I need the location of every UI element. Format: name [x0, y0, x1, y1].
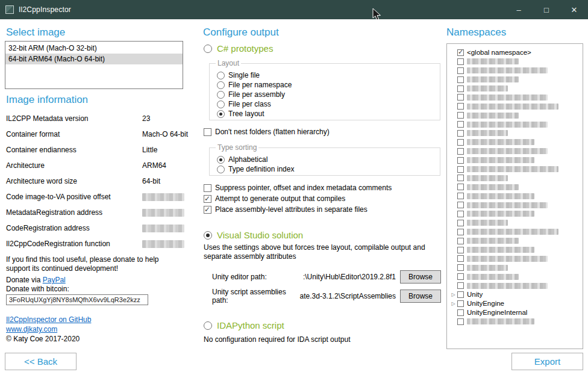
namespace-checkbox[interactable]: [457, 220, 464, 226]
unity-editor-browse-button[interactable]: Browse: [400, 270, 441, 284]
namespace-row[interactable]: ▷: [449, 156, 580, 165]
checkbox-option[interactable]: Suppress pointer, offset and index metad…: [204, 182, 392, 193]
namespace-checkbox[interactable]: [457, 318, 464, 325]
namespace-checkbox[interactable]: [457, 255, 464, 262]
namespace-row[interactable]: ▷: [449, 218, 580, 228]
donate-text: If you find this tool useful, please don…: [6, 255, 184, 273]
namespace-row[interactable]: ▷: [449, 129, 580, 138]
namespace-row[interactable]: ▷: [449, 75, 580, 84]
radio-option[interactable]: File per class: [214, 100, 435, 108]
radio-option[interactable]: Tree layout: [214, 110, 435, 118]
image-list-item[interactable]: 64-bit ARM64 (Mach-O 64-bit): [5, 54, 183, 64]
namespace-row[interactable]: ▷: [449, 272, 580, 281]
namespace-checkbox[interactable]: [457, 202, 464, 208]
radio-option[interactable]: Single file: [214, 71, 435, 79]
radio-option-label: Type definition index: [228, 165, 294, 173]
expander-icon[interactable]: ▷: [449, 301, 457, 306]
visual-studio-radio[interactable]: Visual Studio solution: [204, 230, 303, 240]
namespace-row[interactable]: ▷: [449, 57, 580, 66]
namespace-row[interactable]: ▷ UnityEngineInternal: [449, 308, 580, 317]
namespace-row[interactable]: ▷: [449, 111, 580, 120]
unity-editor-path-value: :\Unity\Hub\Editor\2019.2.8f1: [303, 273, 396, 281]
namespace-row[interactable]: ▷: [449, 102, 580, 111]
maximize-button[interactable]: □: [533, 0, 560, 19]
namespace-row[interactable]: ▷: [449, 246, 580, 255]
namespace-checkbox[interactable]: [457, 148, 464, 155]
namespace-checkbox[interactable]: [457, 247, 464, 253]
namespace-checkbox[interactable]: [457, 49, 464, 56]
namespace-row[interactable]: ▷: [449, 138, 580, 147]
unity-editor-path-row: Unity editor path: :\Unity\Hub\Editor\20…: [212, 270, 441, 284]
namespace-row[interactable]: ▷: [449, 173, 580, 182]
namespace-checkbox[interactable]: [457, 211, 464, 217]
namespace-checkbox[interactable]: [457, 76, 464, 83]
namespace-checkbox[interactable]: [457, 229, 464, 235]
namespace-row[interactable]: ▷: [449, 281, 580, 290]
title-bar[interactable]: Il2CppInspector – □ ✕: [0, 0, 588, 19]
namespace-row[interactable]: ▷: [449, 182, 580, 191]
github-link[interactable]: Il2CppInspector on GitHub: [6, 315, 91, 324]
expander-icon[interactable]: ▷: [449, 292, 457, 297]
namespaces-tree[interactable]: ▷ <global namespace> ▷ ▷ ▷ ▷ ▷ ▷ ▷: [446, 43, 583, 349]
namespace-checkbox[interactable]: [457, 103, 464, 110]
export-button[interactable]: Export: [511, 353, 583, 370]
radio-option-label: File per class: [228, 100, 271, 108]
namespace-row[interactable]: ▷ UnityEngine: [449, 299, 580, 308]
namespace-checkbox[interactable]: [457, 157, 464, 164]
namespace-checkbox[interactable]: [457, 121, 464, 128]
namespace-row[interactable]: ▷: [449, 263, 580, 272]
image-list-item[interactable]: 32-bit ARM (Mach-O 32-bit): [5, 43, 183, 54]
minimize-button[interactable]: –: [505, 0, 533, 19]
namespace-checkbox[interactable]: [457, 67, 464, 74]
namespace-checkbox[interactable]: [457, 238, 464, 244]
namespace-checkbox[interactable]: [457, 273, 464, 280]
namespace-checkbox[interactable]: [457, 85, 464, 92]
radio-option[interactable]: Alphabetical: [214, 155, 435, 164]
namespace-checkbox[interactable]: [457, 282, 464, 289]
namespace-checkbox[interactable]: [457, 264, 464, 271]
bitcoin-address-input[interactable]: [6, 294, 148, 305]
namespace-checkbox[interactable]: [457, 139, 464, 146]
close-button[interactable]: ✕: [560, 0, 588, 19]
namespace-checkbox[interactable]: [457, 184, 464, 190]
namespace-row[interactable]: ▷: [449, 84, 580, 93]
namespace-row[interactable]: ▷: [449, 317, 580, 326]
namespace-checkbox[interactable]: [457, 291, 464, 298]
radio-option[interactable]: File per assembly: [214, 90, 435, 99]
paypal-link[interactable]: PayPal: [43, 276, 66, 284]
namespace-row[interactable]: ▷: [449, 165, 580, 174]
radio-option[interactable]: File per namespace: [214, 81, 435, 89]
info-row: Code image-to-VA positive offset: [6, 189, 184, 205]
back-button[interactable]: << Back: [5, 353, 77, 370]
namespace-row[interactable]: ▷: [449, 120, 580, 129]
checkbox-option[interactable]: Attempt to generate output that compiles: [204, 193, 392, 204]
namespace-checkbox[interactable]: [457, 175, 464, 181]
namespace-row[interactable]: ▷: [449, 237, 580, 246]
radio-option[interactable]: Type definition index: [214, 165, 435, 173]
namespace-checkbox[interactable]: [457, 130, 464, 137]
namespace-row[interactable]: ▷ Unity: [449, 290, 580, 299]
namespace-checkbox[interactable]: [457, 193, 464, 199]
namespace-checkbox[interactable]: [457, 166, 464, 173]
namespace-row[interactable]: ▷: [449, 66, 580, 75]
namespace-checkbox[interactable]: [457, 300, 464, 307]
namespace-row[interactable]: ▷: [449, 254, 580, 263]
namespace-checkbox[interactable]: [457, 112, 464, 119]
namespace-checkbox[interactable]: [457, 309, 464, 316]
csharp-prototypes-radio[interactable]: C# prototypes: [204, 43, 273, 54]
namespace-row[interactable]: ▷ <global namespace>: [449, 48, 580, 57]
namespace-row[interactable]: ▷: [449, 209, 580, 218]
flatten-checkbox[interactable]: Don't nest folders (flatten hierarchy): [204, 128, 330, 136]
namespace-checkbox[interactable]: [457, 58, 464, 65]
unity-script-browse-button[interactable]: Browse: [400, 290, 441, 303]
namespace-checkbox[interactable]: [457, 94, 464, 101]
image-listbox[interactable]: 32-bit ARM (Mach-O 32-bit) 64-bit ARM64 …: [5, 41, 183, 89]
checkbox-option[interactable]: Place assembly-level attributes in separ…: [204, 204, 392, 215]
namespace-row[interactable]: ▷: [449, 228, 580, 237]
namespace-row[interactable]: ▷: [449, 191, 580, 200]
namespace-row[interactable]: ▷: [449, 147, 580, 156]
namespace-row[interactable]: ▷: [449, 93, 580, 102]
idapython-radio[interactable]: IDAPython script: [204, 320, 284, 330]
namespace-row[interactable]: ▷: [449, 200, 580, 209]
website-link[interactable]: www.djkaty.com: [6, 325, 57, 333]
